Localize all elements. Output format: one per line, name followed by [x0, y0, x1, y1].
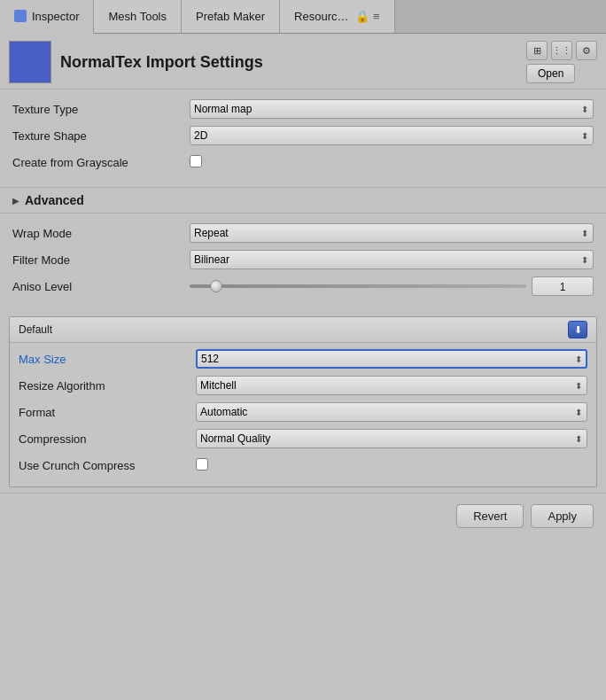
texture-type-label: Texture Type	[12, 103, 190, 116]
wrap-mode-control: Repeat Clamp Mirror	[190, 223, 594, 243]
compression-row: Compression Normal Quality High Quality …	[19, 428, 587, 449]
tab-resources-label: Resourc…	[294, 10, 348, 23]
use-crunch-checkbox[interactable]	[196, 458, 208, 471]
aniso-level-control: 1	[190, 276, 594, 296]
texture-shape-label: Texture Shape	[12, 129, 190, 143]
tab-prefab-maker-label: Prefab Maker	[196, 10, 265, 23]
platform-content: Max Size 512 256 1024 2048 4096 Resize A…	[10, 343, 596, 486]
texture-type-row: Texture Type Normal map Default Sprite C…	[12, 98, 594, 120]
import-settings-header: NormalTex Import Settings ⊞ ⋮⋮ ⚙ Open	[0, 34, 606, 89]
texture-settings-section: Texture Type Normal map Default Sprite C…	[0, 89, 606, 187]
tab-inspector-label: Inspector	[32, 10, 79, 23]
header-right: ⊞ ⋮⋮ ⚙ Open	[526, 41, 597, 83]
texture-type-select[interactable]: Normal map Default Sprite Cubemap	[190, 99, 594, 119]
wrap-mode-label: Wrap Mode	[12, 227, 190, 240]
advanced-settings-section: Wrap Mode Repeat Clamp Mirror Filter Mod…	[0, 214, 606, 311]
tab-resources[interactable]: Resourc… 🔒 ≡	[280, 0, 395, 33]
use-crunch-row: Use Crunch Compress	[19, 455, 587, 476]
resize-algorithm-label: Resize Algorithm	[19, 379, 196, 393]
tab-mesh-tools[interactable]: Mesh Tools	[94, 0, 182, 33]
aniso-level-row: Aniso Level 1	[12, 276, 594, 297]
bottom-action-bar: Revert Apply	[0, 493, 606, 539]
create-grayscale-row: Create from Grayscale	[12, 152, 594, 173]
format-label: Format	[19, 406, 196, 419]
lock-icon: 🔒 ≡	[355, 10, 379, 23]
revert-button[interactable]: Revert	[456, 504, 524, 528]
header-left: NormalTex Import Settings	[9, 41, 263, 83]
use-crunch-label: Use Crunch Compress	[19, 459, 196, 472]
platform-header: Default ⬇	[10, 317, 596, 343]
advanced-section-header[interactable]: ▶ Advanced	[0, 187, 606, 214]
filter-mode-select[interactable]: Bilinear Point Trilinear	[190, 250, 594, 269]
grid-icon-btn[interactable]: ⋮⋮	[551, 41, 572, 60]
resize-algorithm-control: Mitchell Bilinear	[196, 376, 587, 395]
texture-shape-select[interactable]: 2D Cube 3D	[190, 126, 594, 145]
create-grayscale-control	[190, 155, 594, 170]
advanced-title: Advanced	[25, 193, 84, 207]
tab-inspector[interactable]: Inspector	[0, 0, 94, 34]
create-grayscale-label: Create from Grayscale	[12, 156, 190, 169]
layout-icon-btn[interactable]: ⊞	[526, 41, 548, 60]
filter-mode-label: Filter Mode	[12, 253, 190, 267]
max-size-row: Max Size 512 256 1024 2048 4096	[19, 348, 587, 369]
format-control: Automatic RGB 24 bit RGBA 32 bit	[196, 402, 587, 422]
texture-shape-control: 2D Cube 3D	[190, 126, 594, 145]
texture-thumbnail	[9, 41, 51, 83]
max-size-select[interactable]: 512 256 1024 2048 4096	[196, 349, 587, 369]
aniso-level-value: 1	[532, 276, 594, 296]
filter-mode-row: Filter Mode Bilinear Point Trilinear	[12, 249, 594, 270]
tab-mesh-tools-label: Mesh Tools	[108, 10, 167, 23]
open-button[interactable]: Open	[526, 64, 575, 83]
max-size-control: 512 256 1024 2048 4096	[196, 349, 587, 369]
header-icons: ⊞ ⋮⋮ ⚙	[526, 41, 597, 60]
resize-algorithm-row: Resize Algorithm Mitchell Bilinear	[19, 375, 587, 396]
aniso-level-label: Aniso Level	[12, 280, 190, 293]
apply-button[interactable]: Apply	[531, 504, 594, 528]
gear-icon-btn[interactable]: ⚙	[576, 41, 597, 60]
platform-box: Default ⬇ Max Size 512 256 1024 2048 409…	[9, 316, 597, 487]
use-crunch-control	[196, 458, 587, 473]
filter-mode-control: Bilinear Point Trilinear	[190, 250, 594, 269]
wrap-mode-select[interactable]: Repeat Clamp Mirror	[190, 223, 594, 243]
texture-shape-row: Texture Shape 2D Cube 3D	[12, 125, 594, 146]
resize-algorithm-select[interactable]: Mitchell Bilinear	[196, 376, 587, 395]
header-title: NormalTex Import Settings	[60, 53, 263, 72]
inspector-icon	[14, 10, 27, 22]
max-size-label: Max Size	[19, 353, 196, 366]
advanced-triangle-icon: ▶	[12, 196, 19, 206]
format-row: Format Automatic RGB 24 bit RGBA 32 bit	[19, 401, 587, 423]
compression-select[interactable]: Normal Quality High Quality Low Quality …	[196, 429, 587, 448]
wrap-mode-row: Wrap Mode Repeat Clamp Mirror	[12, 222, 594, 244]
compression-control: Normal Quality High Quality Low Quality …	[196, 429, 587, 448]
compression-label: Compression	[19, 432, 196, 446]
texture-type-control: Normal map Default Sprite Cubemap	[190, 99, 594, 119]
platform-download-icon[interactable]: ⬇	[568, 321, 587, 338]
platform-title: Default	[19, 323, 52, 336]
create-grayscale-checkbox[interactable]	[190, 155, 202, 167]
tab-bar: Inspector Mesh Tools Prefab Maker Resour…	[0, 0, 606, 34]
tab-prefab-maker[interactable]: Prefab Maker	[182, 0, 280, 33]
aniso-level-slider[interactable]	[190, 284, 526, 288]
format-select[interactable]: Automatic RGB 24 bit RGBA 32 bit	[196, 402, 587, 422]
